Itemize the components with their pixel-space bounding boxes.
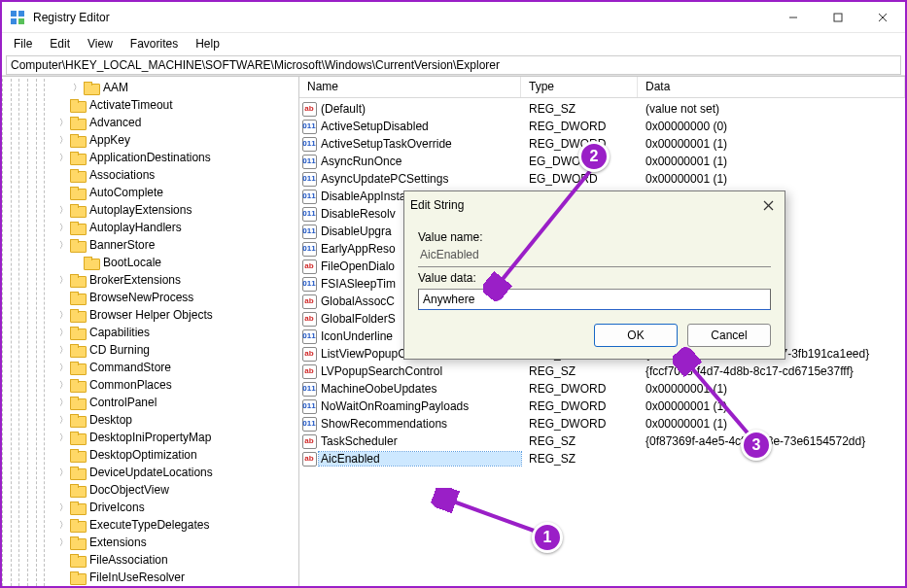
- menu-file[interactable]: File: [6, 35, 40, 52]
- tree-item-label: DeviceUpdateLocations: [89, 466, 213, 479]
- folder-icon: [84, 257, 99, 269]
- minimize-button[interactable]: [771, 2, 816, 33]
- chevron-right-icon[interactable]: 〉: [56, 379, 70, 392]
- list-row[interactable]: abTaskSchedulerREG_SZ{0f87369f-a4e5-4cfc…: [299, 432, 905, 450]
- tree-item[interactable]: 〉Capabilities: [52, 324, 298, 341]
- menu-view[interactable]: View: [80, 35, 121, 52]
- folder-icon: [70, 309, 86, 322]
- tree-item[interactable]: 〉Associations: [52, 166, 298, 184]
- chevron-right-icon[interactable]: 〉: [56, 414, 70, 427]
- list-row[interactable]: 011ShowRecommendationsREG_DWORD0x0000000…: [299, 415, 905, 432]
- tree-item[interactable]: 〉AppKey: [52, 131, 298, 149]
- tree-item[interactable]: 〉ExecuteTypeDelegates: [52, 516, 298, 534]
- chevron-right-icon[interactable]: 〉: [56, 274, 70, 287]
- col-type[interactable]: Type: [521, 77, 638, 97]
- tree-item[interactable]: 〉AutoplayExtensions: [52, 201, 298, 219]
- chevron-right-icon[interactable]: 〉: [56, 239, 70, 252]
- reg-string-icon: ab: [302, 259, 317, 274]
- tree-item[interactable]: 〉BrokerExtensions: [52, 271, 298, 289]
- chevron-right-icon[interactable]: 〉: [56, 117, 70, 129]
- list-row[interactable]: 011AsyncUpdatePCSettingsEG_DWORD0x000000…: [299, 170, 905, 188]
- tree-item[interactable]: 〉ControlPanel: [52, 394, 298, 411]
- col-data[interactable]: Data: [638, 77, 905, 97]
- tree-item[interactable]: 〉Advanced: [52, 114, 298, 131]
- tree-item[interactable]: 〉BootLocale: [52, 254, 298, 271]
- tree-item-label: DriveIcons: [89, 501, 145, 514]
- chevron-right-icon[interactable]: 〉: [56, 344, 70, 357]
- list-row[interactable]: 011ActiveSetupDisabledREG_DWORD0x0000000…: [299, 118, 905, 135]
- tree-item[interactable]: 〉AutoplayHandlers: [52, 219, 298, 236]
- chevron-right-icon[interactable]: 〉: [70, 82, 84, 94]
- address-bar-row: [2, 54, 905, 76]
- chevron-right-icon[interactable]: 〉: [56, 519, 70, 532]
- reg-dword-icon: 011: [302, 207, 317, 222]
- maximize-button[interactable]: [816, 2, 860, 33]
- tree-item[interactable]: 〉BrowseNewProcess: [52, 289, 298, 306]
- folder-icon: [70, 204, 86, 217]
- reg-string-icon: ab: [302, 347, 317, 362]
- tree-item[interactable]: 〉Browser Helper Objects: [52, 306, 298, 324]
- tree-item-label: AutoplayExtensions: [89, 203, 192, 217]
- value-type: REG_DWORD: [521, 382, 638, 396]
- tree-item-label: AAM: [103, 81, 128, 94]
- folder-icon: [70, 327, 86, 339]
- chevron-right-icon[interactable]: 〉: [56, 327, 70, 339]
- tree-item[interactable]: 〉ActivateTimeout: [52, 96, 298, 114]
- reg-dword-icon: 011: [302, 417, 317, 432]
- app-icon: [10, 10, 25, 25]
- menu-help[interactable]: Help: [188, 35, 227, 52]
- ok-button[interactable]: OK: [594, 324, 678, 347]
- chevron-right-icon[interactable]: 〉: [56, 222, 70, 234]
- chevron-right-icon[interactable]: 〉: [56, 309, 70, 322]
- tree-item[interactable]: 〉CD Burning: [52, 341, 298, 359]
- value-name: ActiveSetupDisabled: [319, 120, 521, 133]
- tree-item-label: FileInUseResolver: [89, 571, 185, 584]
- tree-item[interactable]: 〉CommonPlaces: [52, 376, 298, 394]
- tree-item[interactable]: 〉DesktopOptimization: [52, 446, 298, 464]
- tree-item[interactable]: 〉DocObjectView: [52, 481, 298, 499]
- chevron-right-icon[interactable]: 〉: [56, 536, 70, 549]
- col-name[interactable]: Name: [299, 77, 521, 97]
- tree-item[interactable]: 〉DeviceUpdateLocations: [52, 464, 298, 481]
- tree-item[interactable]: 〉BannerStore: [52, 236, 298, 254]
- address-bar[interactable]: [6, 55, 901, 75]
- menu-edit[interactable]: Edit: [42, 35, 78, 52]
- list-row[interactable]: 011MachineOobeUpdatesREG_DWORD0x00000001…: [299, 380, 905, 398]
- chevron-right-icon[interactable]: 〉: [56, 134, 70, 147]
- tree-item[interactable]: 〉DesktopIniPropertyMap: [52, 429, 298, 446]
- value-name: AicEnabled: [319, 452, 521, 466]
- list-row[interactable]: 011NoWaitOnRoamingPayloadsREG_DWORD0x000…: [299, 398, 905, 415]
- value-name: (Default): [319, 102, 521, 116]
- reg-dword-icon: 011: [302, 277, 317, 292]
- list-row[interactable]: ab(Default)REG_SZ(value not set): [299, 100, 905, 118]
- tree-item[interactable]: 〉FileAssociation: [52, 551, 298, 569]
- reg-dword-icon: 011: [302, 399, 317, 414]
- tree-item-label: Capabilities: [89, 326, 150, 339]
- reg-string-icon: ab: [302, 312, 317, 327]
- tree-item[interactable]: 〉AAM: [52, 79, 298, 96]
- list-row[interactable]: abAicEnabledREG_SZ: [299, 450, 905, 467]
- tree-item[interactable]: 〉Desktop: [52, 411, 298, 429]
- chevron-right-icon[interactable]: 〉: [56, 502, 70, 514]
- chevron-right-icon[interactable]: 〉: [56, 152, 70, 164]
- dialog-close-button[interactable]: [757, 194, 779, 216]
- value-name: NoWaitOnRoamingPayloads: [319, 399, 521, 413]
- close-button[interactable]: [860, 2, 905, 33]
- tree-item[interactable]: 〉ApplicationDestinations: [52, 149, 298, 166]
- tree-item-label: BrokerExtensions: [89, 273, 181, 287]
- list-row[interactable]: abLVPopupSearchControlREG_SZ{fccf70c8-f4…: [299, 363, 905, 380]
- chevron-right-icon[interactable]: 〉: [56, 362, 70, 374]
- chevron-right-icon[interactable]: 〉: [56, 204, 70, 217]
- chevron-right-icon[interactable]: 〉: [56, 467, 70, 479]
- chevron-right-icon[interactable]: 〉: [56, 397, 70, 409]
- tree-item[interactable]: 〉AutoComplete: [52, 184, 298, 201]
- menu-favorites[interactable]: Favorites: [122, 35, 186, 52]
- tree-item[interactable]: 〉Extensions: [52, 534, 298, 551]
- folder-icon: [70, 134, 86, 147]
- tree-item[interactable]: 〉DriveIcons: [52, 499, 298, 516]
- tree-view[interactable]: 〉AAM〉ActivateTimeout〉Advanced〉AppKey〉App…: [52, 79, 298, 586]
- tree-item[interactable]: 〉CommandStore: [52, 359, 298, 376]
- tree-item[interactable]: 〉FileInUseResolver: [52, 569, 298, 586]
- chevron-right-icon[interactable]: 〉: [56, 432, 70, 444]
- cancel-button[interactable]: Cancel: [687, 324, 771, 347]
